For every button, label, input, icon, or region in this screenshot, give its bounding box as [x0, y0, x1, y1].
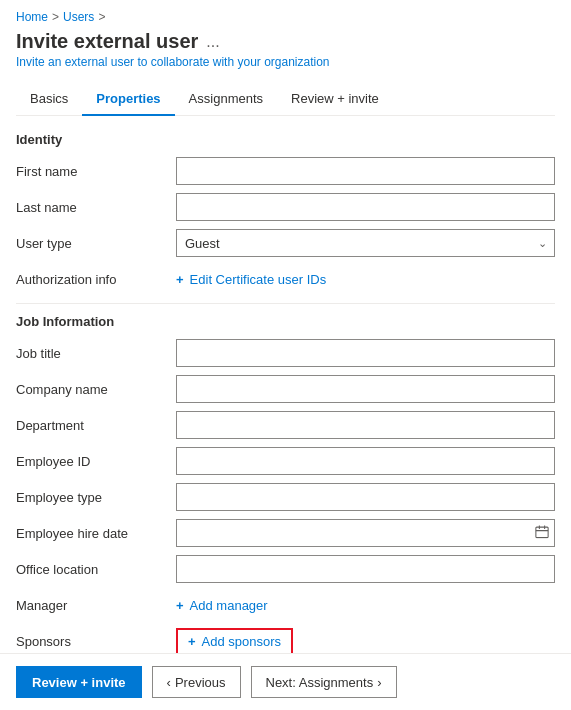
tab-bar: Basics Properties Assignments Review + i…: [16, 83, 555, 116]
review-invite-button[interactable]: Review + invite: [16, 666, 142, 698]
department-input[interactable]: [176, 411, 555, 439]
employee-id-row: Employee ID: [16, 447, 555, 475]
first-name-row: First name: [16, 157, 555, 185]
sponsors-label: Sponsors: [16, 634, 176, 649]
page-subtitle: Invite an external user to collaborate w…: [16, 55, 555, 69]
department-label: Department: [16, 418, 176, 433]
user-type-row: User type Guest Member ⌄: [16, 229, 555, 257]
manager-row: Manager + Add manager: [16, 591, 555, 619]
breadcrumb-home[interactable]: Home: [16, 10, 48, 24]
last-name-label: Last name: [16, 200, 176, 215]
auth-info-label: Authorization info: [16, 272, 176, 287]
first-name-input[interactable]: [176, 157, 555, 185]
identity-section-title: Identity: [16, 132, 555, 147]
tab-properties[interactable]: Properties: [82, 83, 174, 116]
first-name-label: First name: [16, 164, 176, 179]
add-sponsors-text: Add sponsors: [202, 634, 282, 649]
last-name-row: Last name: [16, 193, 555, 221]
sponsors-row: Sponsors + Add sponsors: [16, 627, 555, 655]
next-label: Next: Assignments: [266, 675, 374, 690]
office-location-row: Office location: [16, 555, 555, 583]
employee-hire-date-row: Employee hire date: [16, 519, 555, 547]
edit-cert-link[interactable]: + Edit Certificate user IDs: [176, 272, 555, 287]
last-name-input[interactable]: [176, 193, 555, 221]
more-options-icon[interactable]: ...: [206, 33, 219, 51]
edit-cert-text: Edit Certificate user IDs: [190, 272, 327, 287]
add-manager-link[interactable]: + Add manager: [176, 598, 268, 613]
employee-hire-date-label: Employee hire date: [16, 526, 176, 541]
add-manager-text: Add manager: [190, 598, 268, 613]
job-title-label: Job title: [16, 346, 176, 361]
office-location-label: Office location: [16, 562, 176, 577]
breadcrumb-sep2: >: [98, 10, 105, 24]
tab-review[interactable]: Review + invite: [277, 83, 393, 116]
employee-type-input[interactable]: [176, 483, 555, 511]
previous-label: Previous: [175, 675, 226, 690]
employee-type-row: Employee type: [16, 483, 555, 511]
bottom-bar: Review + invite ‹ Previous Next: Assignm…: [0, 653, 571, 710]
employee-type-label: Employee type: [16, 490, 176, 505]
tab-basics[interactable]: Basics: [16, 83, 82, 116]
job-section-title: Job Information: [16, 314, 555, 329]
company-name-row: Company name: [16, 375, 555, 403]
company-name-input[interactable]: [176, 375, 555, 403]
job-title-row: Job title: [16, 339, 555, 367]
page-title: Invite external user: [16, 30, 198, 53]
plus-icon: +: [176, 272, 184, 287]
manager-label: Manager: [16, 598, 176, 613]
employee-id-input[interactable]: [176, 447, 555, 475]
user-type-label: User type: [16, 236, 176, 251]
chevron-right-icon: ›: [377, 675, 381, 690]
tab-assignments[interactable]: Assignments: [175, 83, 277, 116]
breadcrumb-users[interactable]: Users: [63, 10, 94, 24]
add-sponsors-button[interactable]: + Add sponsors: [176, 628, 293, 655]
employee-id-label: Employee ID: [16, 454, 176, 469]
company-name-label: Company name: [16, 382, 176, 397]
job-title-input[interactable]: [176, 339, 555, 367]
employee-hire-date-input[interactable]: [176, 519, 555, 547]
breadcrumb: Home > Users >: [16, 10, 555, 24]
department-row: Department: [16, 411, 555, 439]
add-manager-plus-icon: +: [176, 598, 184, 613]
previous-button[interactable]: ‹ Previous: [152, 666, 241, 698]
breadcrumb-sep1: >: [52, 10, 59, 24]
add-sponsors-plus-icon: +: [188, 634, 196, 649]
next-button[interactable]: Next: Assignments ›: [251, 666, 397, 698]
office-location-input[interactable]: [176, 555, 555, 583]
user-type-select[interactable]: Guest Member: [176, 229, 555, 257]
chevron-left-icon: ‹: [167, 675, 171, 690]
auth-info-row: Authorization info + Edit Certificate us…: [16, 265, 555, 293]
section-divider-1: [16, 303, 555, 304]
